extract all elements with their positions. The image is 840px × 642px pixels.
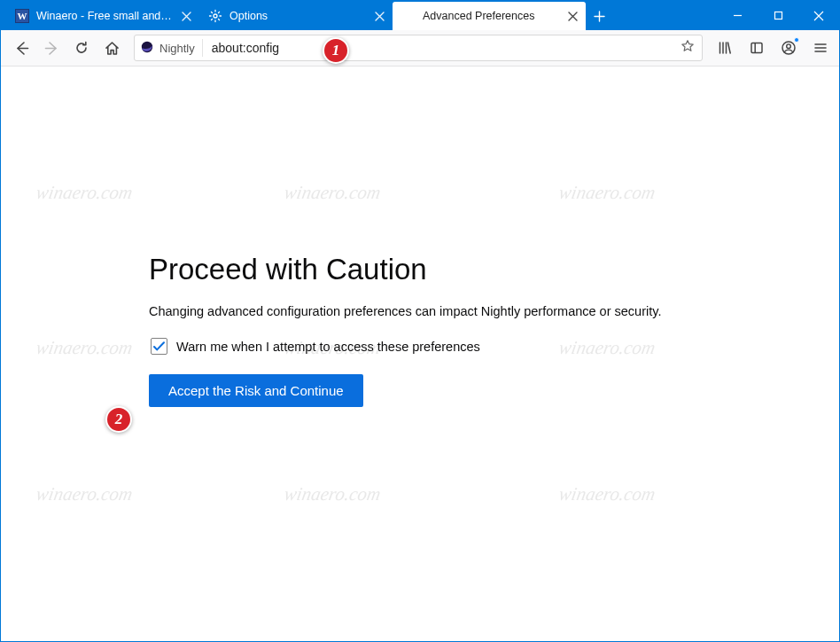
browser-window: W Winaero - Free small and usef… Options… — [0, 0, 840, 642]
window-controls — [717, 1, 839, 30]
url-text: about:config — [212, 41, 279, 55]
tab-advanced-preferences[interactable]: Advanced Preferences — [393, 2, 586, 30]
page-title: Proceed with Caution — [149, 253, 691, 286]
annotation-badge-1: 1 — [323, 37, 349, 64]
favicon-blank — [401, 9, 416, 23]
svg-rect-1 — [774, 12, 782, 20]
maximize-button[interactable] — [758, 1, 798, 30]
bookmark-star-icon[interactable] — [681, 39, 695, 57]
favicon-winaero: W — [15, 9, 29, 23]
account-button[interactable] — [774, 34, 804, 62]
tab-winaero[interactable]: W Winaero - Free small and usef… — [6, 2, 199, 30]
close-tab-icon[interactable] — [179, 9, 194, 24]
reload-button[interactable] — [66, 34, 97, 62]
sidebar-button[interactable] — [742, 34, 772, 62]
warn-checkbox-label[interactable]: Warn me when I attempt to access these p… — [176, 340, 480, 354]
back-button[interactable] — [6, 34, 36, 62]
home-button[interactable] — [97, 34, 127, 62]
minimize-button[interactable] — [717, 1, 758, 30]
titlebar: W Winaero - Free small and usef… Options… — [1, 1, 839, 30]
svg-point-5 — [787, 44, 791, 49]
forward-button[interactable] — [36, 34, 66, 62]
svg-rect-3 — [751, 43, 762, 53]
new-tab-button[interactable] — [586, 2, 612, 30]
identity-box[interactable]: Nightly — [140, 39, 203, 57]
caution-panel: Proceed with Caution Changing advanced c… — [149, 253, 691, 641]
notification-dot-icon — [794, 37, 799, 43]
page-description: Changing advanced configuration preferen… — [149, 304, 691, 318]
tab-label: Winaero - Free small and usef… — [36, 10, 172, 22]
svg-point-0 — [214, 14, 217, 18]
annotation-badge-2: 2 — [105, 406, 132, 433]
close-tab-icon[interactable] — [372, 9, 387, 24]
close-window-button[interactable] — [798, 1, 839, 30]
tab-label: Options — [229, 10, 365, 22]
tab-label: Advanced Preferences — [423, 10, 558, 22]
close-tab-icon[interactable] — [565, 9, 580, 24]
page-content: winaero.com winaero.com winaero.com wina… — [1, 67, 839, 641]
identity-label: Nightly — [159, 42, 195, 55]
tab-strip: W Winaero - Free small and usef… Options… — [6, 1, 717, 30]
tab-options[interactable]: Options — [199, 2, 393, 30]
nav-toolbar: Nightly about:config — [1, 30, 839, 67]
library-button[interactable] — [710, 34, 740, 62]
url-bar[interactable]: Nightly about:config — [134, 35, 703, 61]
nightly-icon — [140, 40, 154, 57]
app-menu-button[interactable] — [805, 34, 836, 62]
warn-checkbox[interactable] — [151, 338, 167, 355]
gear-icon — [208, 9, 222, 23]
accept-risk-button[interactable]: Accept the Risk and Continue — [149, 374, 363, 407]
